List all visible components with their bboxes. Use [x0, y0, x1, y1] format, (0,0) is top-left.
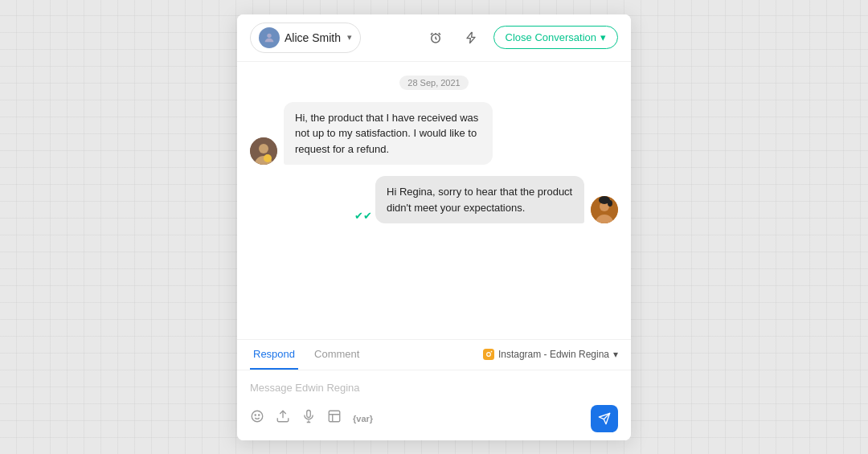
outgoing-message-row: ✔✔ Hi Regina, sorry to hear that the pro…	[250, 176, 618, 223]
svg-rect-19	[329, 411, 340, 422]
incoming-bubble: Hi, the product that I have received was…	[284, 102, 493, 166]
tabs-left: Respond Comment	[250, 340, 375, 370]
outgoing-avatar	[591, 196, 618, 223]
close-conversation-arrow: ▾	[600, 31, 606, 43]
svg-point-4	[264, 154, 272, 162]
svg-point-11	[491, 351, 493, 353]
composer-tabs: Respond Comment Instagram - Edwin Regina…	[237, 340, 631, 370]
channel-selector[interactable]: Instagram - Edwin Regina ▾	[483, 349, 618, 360]
incoming-message-row: Hi, the product that I have received was…	[250, 102, 618, 166]
audio-icon-button[interactable]	[301, 409, 316, 427]
tab-respond[interactable]: Respond	[250, 340, 298, 370]
messages-area: 28 Sep, 2021 Hi, the product that I have…	[237, 62, 631, 339]
svg-point-14	[259, 415, 260, 415]
close-conversation-label: Close Conversation	[506, 31, 596, 43]
read-ticks: ✔✔	[354, 210, 372, 222]
contact-name: Alice Smith	[285, 31, 341, 44]
header-right: Close Conversation ▾	[423, 25, 618, 51]
svg-point-3	[259, 144, 268, 153]
composer-toolbar: {var}	[237, 400, 631, 440]
template-icon-button[interactable]	[327, 409, 342, 427]
channel-arrow: ▾	[613, 349, 618, 360]
outgoing-message-text: Hi Regina, sorry to hear that the produc…	[387, 186, 572, 214]
chat-header: Alice Smith ▾ Close Conversation	[237, 14, 631, 62]
svg-rect-9	[483, 349, 494, 360]
incoming-avatar	[250, 137, 277, 165]
contact-avatar	[259, 27, 280, 48]
svg-point-12	[252, 411, 263, 422]
close-conversation-button[interactable]: Close Conversation ▾	[493, 26, 618, 49]
alarm-icon-button[interactable]	[423, 25, 448, 51]
channel-icon	[483, 349, 494, 360]
composer-section: Respond Comment Instagram - Edwin Regina…	[237, 339, 631, 440]
svg-point-13	[255, 415, 256, 415]
outgoing-bubble: Hi Regina, sorry to hear that the produc…	[375, 176, 584, 223]
contact-dropdown-arrow: ▾	[347, 32, 352, 43]
toolbar-icons: {var}	[250, 409, 373, 427]
message-input-area[interactable]: Message Edwin Regina	[237, 370, 631, 400]
svg-point-8	[608, 200, 612, 207]
send-button[interactable]	[591, 405, 618, 432]
header-left: Alice Smith ▾	[250, 22, 361, 53]
message-input[interactable]: Message Edwin Regina	[250, 378, 618, 397]
variable-icon-button[interactable]: {var}	[353, 414, 373, 423]
incoming-message-text: Hi, the product that I have received was…	[295, 112, 478, 155]
date-label: 28 Sep, 2021	[250, 75, 618, 89]
svg-point-0	[267, 33, 271, 37]
lightning-icon-button[interactable]	[458, 25, 484, 51]
chat-window: Alice Smith ▾ Close Conversation	[237, 14, 631, 440]
channel-label: Instagram - Edwin Regina	[498, 349, 609, 360]
svg-rect-16	[307, 411, 311, 418]
emoji-icon-button[interactable]	[250, 409, 264, 427]
attachment-icon-button[interactable]	[276, 409, 290, 427]
contact-selector-button[interactable]: Alice Smith ▾	[250, 22, 361, 53]
tab-comment[interactable]: Comment	[311, 340, 362, 370]
